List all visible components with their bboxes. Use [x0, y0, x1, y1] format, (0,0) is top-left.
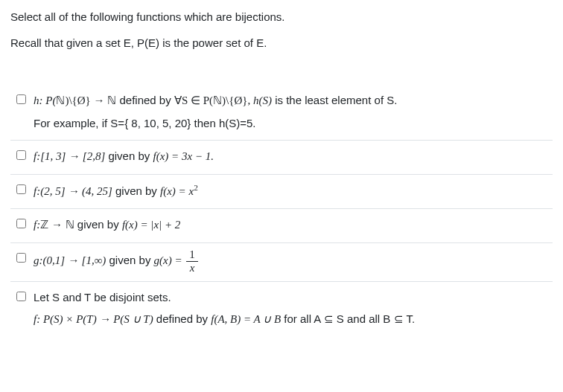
option-h-checkbox[interactable]: [16, 94, 26, 104]
option-h: h: P(ℕ)\{Ø} → ℕ defined by ∀S ∈ P(ℕ)\{Ø}…: [10, 85, 553, 141]
option-f-integers-checkbox[interactable]: [16, 219, 26, 228]
fraction-1-over-x: 1x: [186, 249, 198, 274]
option-f-interval1-checkbox[interactable]: [16, 150, 26, 160]
option-h-example: For example, if S={ 8, 10, 5, 20} then h…: [34, 114, 550, 133]
question-prompt-line1: Select all of the following functions wh…: [10, 9, 553, 25]
option-f-integers-body: f:ℤ → ℕ given by f(x) = |x| + 2: [34, 215, 550, 235]
option-f-interval1-body: f:[1, 3] → [2,8] given by f(x) = 3x − 1.: [34, 147, 550, 167]
option-g-checkbox[interactable]: [16, 253, 26, 263]
option-h-body: h: P(ℕ)\{Ø} → ℕ defined by ∀S ∈ P(ℕ)\{Ø}…: [34, 91, 550, 132]
option-f-interval2-body: f:(2, 5] → (4, 25] given by f(x) = x2: [34, 181, 550, 202]
option-f-interval2-checkbox[interactable]: [16, 184, 26, 194]
option-powerset-union-body: Let S and T be disjoint sets. f: P(S) × …: [34, 288, 550, 330]
option-f-integers: f:ℤ → ℕ given by f(x) = |x| + 2: [10, 209, 553, 243]
options-list: h: P(ℕ)\{Ø} → ℕ defined by ∀S ∈ P(ℕ)\{Ø}…: [10, 85, 553, 337]
option-g-body: g:(0,1] → [1,∞) given by g(x) = 1x: [34, 249, 550, 274]
option-g: g:(0,1] → [1,∞) given by g(x) = 1x: [10, 243, 553, 282]
option-powerset-line2: f: P(S) × P(T) → P(S ∪ T) defined by f(A…: [34, 309, 550, 330]
option-f-interval1: f:[1, 3] → [2,8] given by f(x) = 3x − 1.: [10, 141, 553, 175]
option-powerset-union-checkbox[interactable]: [16, 292, 26, 301]
option-powerset-union: Let S and T be disjoint sets. f: P(S) × …: [10, 282, 553, 337]
option-f-interval2: f:(2, 5] → (4, 25] given by f(x) = x2: [10, 175, 553, 210]
option-powerset-line1: Let S and T be disjoint sets.: [34, 288, 550, 307]
question-prompt-line2: Recall that given a set E, P(E) is the p…: [10, 35, 553, 51]
